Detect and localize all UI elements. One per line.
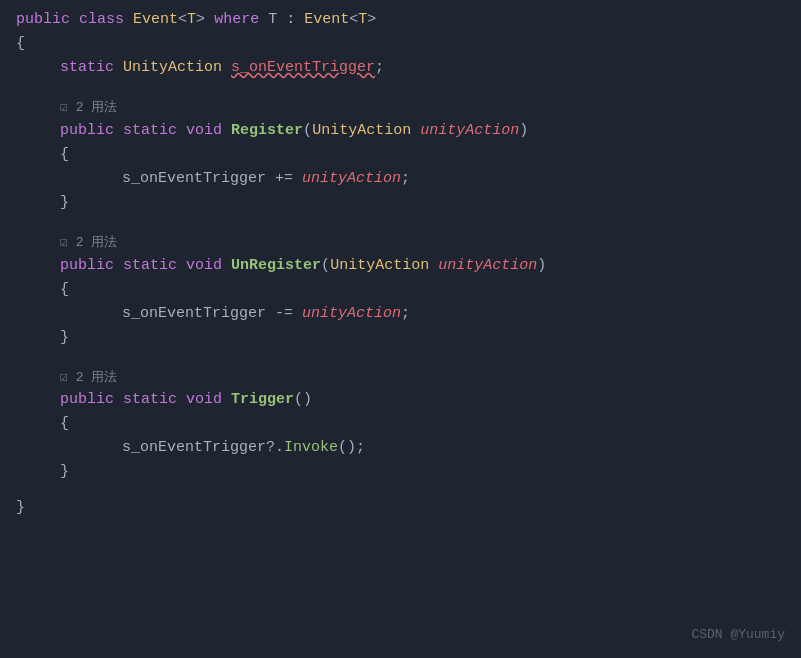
- code-line-9: {: [16, 278, 785, 302]
- code-line-1: public class Event < T > where T : Event…: [16, 8, 785, 32]
- usage-hint-2: ☑ 2 用法: [60, 233, 117, 254]
- code-line-12: public static void Trigger (): [16, 388, 785, 412]
- comment-ref-3: ☑ 2 用法: [16, 368, 785, 389]
- field-ref-3: s_onEventTrigger: [122, 436, 266, 460]
- code-line-13: {: [16, 412, 785, 436]
- code-line-2: {: [16, 32, 785, 56]
- keyword-void: void: [186, 119, 222, 143]
- keyword-void-2: void: [186, 254, 222, 278]
- usage-hint-1: ☑ 2 用法: [60, 98, 117, 119]
- code-line-10: s_onEventTrigger -= unityAction ;: [16, 302, 785, 326]
- code-line-4: public static void Register ( UnityActio…: [16, 119, 785, 143]
- keyword-public: public: [16, 8, 70, 32]
- method-trigger: Trigger: [231, 388, 294, 412]
- watermark: CSDN @Yuumiy: [691, 625, 785, 646]
- usage-hint-3: ☑ 2 用法: [60, 368, 117, 389]
- class-name: Event: [133, 8, 178, 32]
- code-line-8: public static void UnRegister ( UnityAct…: [16, 254, 785, 278]
- method-invoke: Invoke: [284, 436, 338, 460]
- field-ref-2: s_onEventTrigger: [122, 302, 266, 326]
- code-line-7: }: [16, 191, 785, 215]
- method-unregister: UnRegister: [231, 254, 321, 278]
- code-line-11: }: [16, 326, 785, 350]
- code-line-14: s_onEventTrigger ?. Invoke ();: [16, 436, 785, 460]
- constraint-T: T: [358, 8, 367, 32]
- keyword-static-4: static: [123, 388, 177, 412]
- constraint-type: Event: [304, 8, 349, 32]
- code-line-5: {: [16, 143, 785, 167]
- type-unityaction: UnityAction: [123, 56, 222, 80]
- keyword-public-3: public: [60, 254, 114, 278]
- keyword-void-3: void: [186, 388, 222, 412]
- keyword-static-3: static: [123, 254, 177, 278]
- param-name-2: unityAction: [438, 254, 537, 278]
- param-ref-1: unityAction: [302, 167, 401, 191]
- comment-ref-1: ☑ 2 用法: [16, 98, 785, 119]
- keyword-static-2: static: [123, 119, 177, 143]
- param-type-1: UnityAction: [312, 119, 411, 143]
- code-editor: public class Event < T > where T : Event…: [0, 0, 801, 658]
- keyword-class: class: [79, 8, 124, 32]
- field-name: s_onEventTrigger: [231, 56, 375, 80]
- code-line-16: }: [16, 496, 785, 520]
- param-ref-2: unityAction: [302, 302, 401, 326]
- code-line-3: static UnityAction s_onEventTrigger ;: [16, 56, 785, 80]
- field-ref-1: s_onEventTrigger: [122, 167, 266, 191]
- keyword-where: where: [214, 8, 259, 32]
- type-param-T: T: [187, 8, 196, 32]
- keyword-public-2: public: [60, 119, 114, 143]
- param-name-1: unityAction: [420, 119, 519, 143]
- keyword-static: static: [60, 56, 114, 80]
- comment-ref-2: ☑ 2 用法: [16, 233, 785, 254]
- code-line-6: s_onEventTrigger += unityAction ;: [16, 167, 785, 191]
- keyword-public-4: public: [60, 388, 114, 412]
- code-line-15: }: [16, 460, 785, 484]
- param-type-2: UnityAction: [330, 254, 429, 278]
- method-register: Register: [231, 119, 303, 143]
